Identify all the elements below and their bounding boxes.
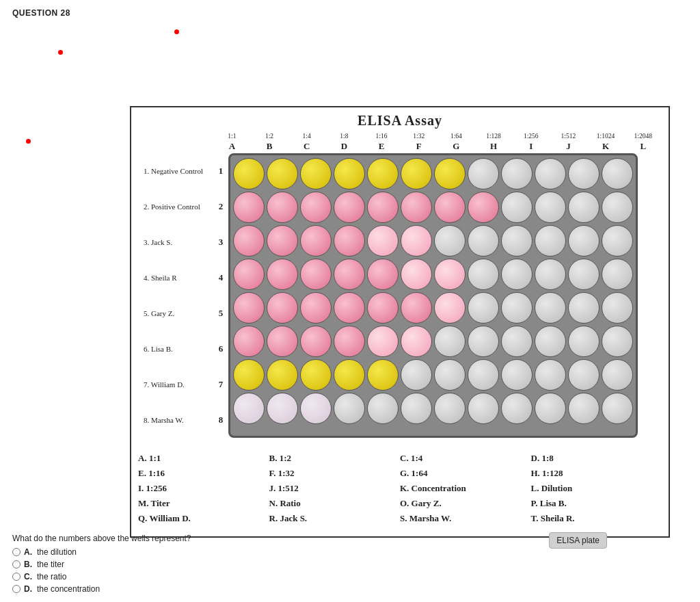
well-1-1 (233, 158, 265, 189)
well-8-7 (434, 393, 466, 424)
elisa-title: ELISA Assay (138, 113, 662, 129)
well-5-3 (300, 292, 332, 324)
radio-C[interactable] (12, 573, 21, 581)
elisa-container: ELISA Assay 1:1 1:2 1:4 1:8 1:16 1:32 1:… (130, 106, 670, 538)
option-B-text: the titer (37, 560, 64, 569)
option-C-text: the ratio (37, 572, 66, 581)
well-1-9 (501, 158, 533, 189)
option-B[interactable]: B. the titer (12, 560, 191, 569)
well-2-11 (568, 192, 600, 223)
wells-row-4 (233, 259, 633, 290)
well-4-12 (602, 259, 633, 290)
red-dot-3 (26, 139, 31, 144)
well-7-12 (602, 359, 633, 391)
wells-row-5 (233, 292, 633, 324)
well-8-6 (401, 393, 432, 424)
well-7-6 (401, 359, 432, 391)
well-7-1 (233, 359, 265, 391)
row-label-4: 4. Sheila R (144, 260, 213, 296)
well-5-5 (367, 292, 399, 324)
well-1-11 (568, 158, 600, 189)
legend-S: S. Marsha W. (400, 513, 531, 524)
well-1-3 (300, 158, 332, 189)
well-7-4 (334, 359, 365, 391)
red-dot-2 (58, 50, 63, 55)
option-C[interactable]: C. the ratio (12, 572, 191, 581)
well-7-11 (568, 359, 600, 391)
well-3-8 (468, 225, 499, 257)
option-A-text: the dilution (37, 547, 77, 557)
well-7-3 (300, 359, 332, 391)
well-4-8 (468, 259, 499, 290)
radio-A[interactable] (12, 548, 21, 556)
question-number: QUESTION 28 (12, 8, 70, 18)
legend-J: J. 1:512 (269, 483, 401, 494)
well-5-8 (468, 292, 499, 324)
row-label-8: 8. Marsha W. (144, 402, 213, 438)
well-6-9 (501, 326, 533, 357)
well-4-3 (300, 259, 332, 290)
wells-row-1 (233, 158, 633, 189)
row-numbers: 1 2 3 4 5 6 7 8 (213, 153, 228, 438)
well-5-12 (602, 292, 633, 324)
well-4-2 (267, 259, 298, 290)
well-2-3 (300, 192, 332, 223)
well-4-11 (568, 259, 600, 290)
well-3-7 (434, 225, 466, 257)
wells-row-6 (233, 326, 633, 357)
well-5-4 (334, 292, 365, 324)
well-3-1 (233, 225, 265, 257)
well-6-10 (535, 326, 566, 357)
well-3-2 (267, 225, 298, 257)
well-2-10 (535, 192, 566, 223)
well-8-2 (267, 393, 298, 424)
wells-row-8 (233, 393, 633, 424)
legend-B: B. 1:2 (269, 453, 401, 464)
well-1-5 (367, 158, 399, 189)
option-D[interactable]: D. the concentration (12, 584, 191, 594)
well-8-5 (367, 393, 399, 424)
legend-col-3: C. 1:4 G. 1:64 K. Concentration O. Gary … (400, 453, 531, 528)
well-8-4 (334, 393, 365, 424)
well-5-10 (535, 292, 566, 324)
wells-row-3 (233, 225, 633, 257)
row-label-3: 3. Jack S. (144, 224, 213, 260)
question-area: What do the numbers above the wells repr… (12, 534, 191, 597)
well-2-7 (434, 192, 466, 223)
legend-H: H. 1:128 (531, 468, 662, 479)
option-A[interactable]: A. the dilution (12, 547, 191, 557)
radio-B[interactable] (12, 560, 21, 568)
legend-E: E. 1:16 (138, 468, 269, 479)
plate-area: 1. Negative Control 2. Positive Control … (138, 153, 662, 438)
well-5-7 (434, 292, 466, 324)
well-2-2 (267, 192, 298, 223)
radio-D[interactable] (12, 585, 21, 593)
well-2-6 (401, 192, 432, 223)
well-6-4 (334, 326, 365, 357)
well-8-12 (602, 393, 633, 424)
well-7-9 (501, 359, 533, 391)
dilution-row: 1:1 1:2 1:4 1:8 1:16 1:32 1:64 1:128 1:2… (213, 133, 662, 140)
elisa-plate-tooltip: ELISA plate (549, 532, 607, 549)
well-8-3 (300, 393, 332, 424)
well-7-8 (468, 359, 499, 391)
legend-col-1: A. 1:1 E. 1:16 I. 1:256 M. Titer Q. Will… (138, 453, 269, 528)
well-3-4 (334, 225, 365, 257)
legend-col-2: B. 1:2 F. 1:32 J. 1:512 N. Ratio R. Jack… (269, 453, 401, 528)
well-4-10 (535, 259, 566, 290)
option-B-label: B. (24, 560, 32, 569)
option-C-label: C. (24, 572, 32, 581)
well-6-7 (434, 326, 466, 357)
well-7-2 (267, 359, 298, 391)
well-2-9 (501, 192, 533, 223)
row-label-7: 7. William D. (144, 367, 213, 402)
well-2-4 (334, 192, 365, 223)
well-8-9 (501, 393, 533, 424)
well-1-12 (602, 158, 633, 189)
well-7-5 (367, 359, 399, 391)
well-3-10 (535, 225, 566, 257)
well-1-7 (434, 158, 466, 189)
option-D-label: D. (24, 584, 32, 594)
well-3-9 (501, 225, 533, 257)
legend-C: C. 1:4 (400, 453, 531, 464)
